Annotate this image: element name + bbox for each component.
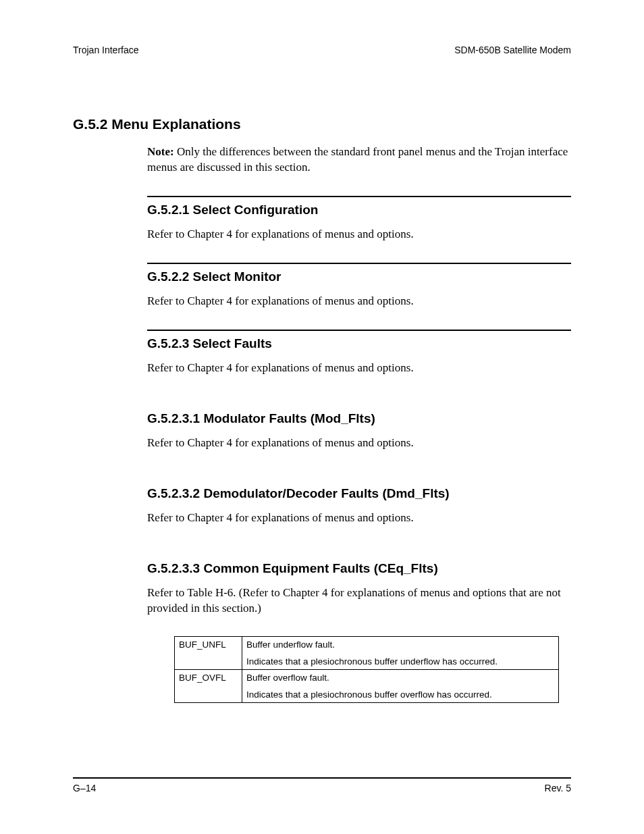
divider [147,330,571,331]
body-g5232: Refer to Chapter 4 for explanations of m… [147,511,571,526]
heading-g522: G.5.2.2 Select Monitor [147,269,571,284]
fault-desc-cell: Buffer underflow fault. Indicates that a… [242,637,559,670]
heading-g5232: G.5.2.3.2 Demodulator/Decoder Faults (Dm… [147,486,571,501]
note-label: Note: [147,145,174,158]
body-g5231: Refer to Chapter 4 for explanations of m… [147,436,571,451]
body-g5233: Refer to Table H-6. (Refer to Chapter 4 … [147,585,571,617]
note-text: Only the differences between the standar… [147,145,568,174]
divider [147,263,571,264]
header-left: Trojan Interface [73,45,139,55]
fault-desc-line2: Indicates that a plesiochronous buffer u… [246,656,554,667]
fault-code-cell: BUF_OVFL [175,670,242,703]
fault-table: BUF_UNFL Buffer underflow fault. Indicat… [174,636,559,703]
body-g522: Refer to Chapter 4 for explanations of m… [147,294,571,309]
fault-desc-line1: Buffer overflow fault. [246,673,554,683]
body-g521: Refer to Chapter 4 for explanations of m… [147,227,571,242]
heading-g523: G.5.2.3 Select Faults [147,336,571,351]
note-block: Note: Only the differences between the s… [147,145,571,176]
footer-revision: Rev. 5 [545,783,571,793]
footer-page-number: G–14 [73,783,96,793]
header-right: SDM-650B Satellite Modem [454,45,571,55]
heading-g5233: G.5.2.3.3 Common Equipment Faults (CEq_F… [147,561,571,576]
body-g523: Refer to Chapter 4 for explanations of m… [147,361,571,376]
table-row: BUF_UNFL Buffer underflow fault. Indicat… [175,637,559,670]
divider [147,196,571,197]
heading-g5231: G.5.2.3.1 Modulator Faults (Mod_Flts) [147,411,571,426]
heading-g521: G.5.2.1 Select Configuration [147,203,571,217]
fault-desc-line1: Buffer underflow fault. [246,640,554,650]
page-header: Trojan Interface SDM-650B Satellite Mode… [73,45,571,55]
table-row: BUF_OVFL Buffer overflow fault. Indicate… [175,670,559,703]
fault-desc-cell: Buffer overflow fault. Indicates that a … [242,670,559,703]
fault-desc-line2: Indicates that a plesiochronous buffer o… [246,689,554,700]
heading-g52: G.5.2 Menu Explanations [73,116,571,132]
page-footer: G–14 Rev. 5 [73,777,571,793]
fault-code-cell: BUF_UNFL [175,637,242,670]
